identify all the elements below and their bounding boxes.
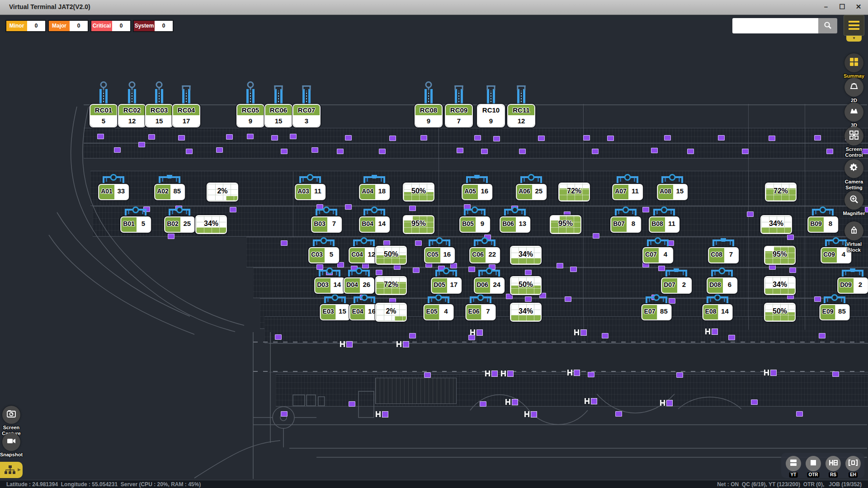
container-marker[interactable]: [226, 134, 233, 140]
block-e06[interactable]: E067: [466, 304, 496, 320]
block-e07[interactable]: E0785: [642, 304, 672, 320]
tool-magnifier[interactable]: [844, 191, 863, 210]
yard-truck-marker[interactable]: [485, 371, 498, 376]
container-marker[interactable]: [728, 335, 735, 340]
dock-rs-button[interactable]: [826, 456, 841, 471]
tool-3d[interactable]: [844, 103, 863, 122]
container-marker[interactable]: [474, 135, 481, 141]
utilization-tile-c-95[interactable]: 95%: [764, 246, 796, 265]
block-b02[interactable]: B0225: [164, 216, 195, 233]
block-c06[interactable]: C0622: [469, 247, 500, 263]
block-d06[interactable]: D0624: [474, 277, 505, 294]
utilization-tile-b-95[interactable]: 95%: [550, 215, 581, 234]
crane-rc04[interactable]: RC0417: [172, 104, 200, 127]
block-a07[interactable]: A0711: [612, 184, 643, 200]
crane-rc05[interactable]: RC059: [236, 104, 264, 127]
dock-otr-button[interactable]: [806, 456, 821, 471]
container-marker[interactable]: [814, 296, 821, 302]
crane-rc08[interactable]: RC089: [415, 104, 443, 127]
crane-rc09[interactable]: RC097: [445, 104, 473, 127]
container-marker[interactable]: [281, 149, 288, 154]
dock-yt-button[interactable]: [786, 456, 801, 471]
minimize-button[interactable]: –: [821, 2, 831, 12]
container-marker[interactable]: [97, 134, 104, 139]
utilization-tile-e-34[interactable]: 34%: [510, 303, 542, 322]
block-a01[interactable]: A0133: [98, 184, 129, 200]
utilization-tile-d-72[interactable]: 72%: [375, 276, 407, 295]
yard-truck-marker[interactable]: [574, 329, 587, 335]
alarm-major[interactable]: Major0: [48, 20, 89, 32]
container-marker[interactable]: [751, 399, 758, 405]
crane-rc02[interactable]: RC0212: [118, 104, 146, 127]
crane-rc11[interactable]: RC1112: [507, 104, 535, 127]
block-c04[interactable]: C0412: [349, 247, 379, 263]
container-marker[interactable]: [588, 372, 594, 377]
utilization-tile-e-2[interactable]: 2%: [375, 303, 407, 322]
alarm-critical[interactable]: Critical0: [90, 20, 131, 32]
container-marker[interactable]: [168, 234, 175, 239]
block-c08[interactable]: C087: [708, 247, 739, 263]
utilization-tile-a-72[interactable]: 72%: [558, 183, 590, 202]
yard-truck-marker[interactable]: [396, 341, 409, 347]
container-marker[interactable]: [796, 411, 803, 417]
block-a08[interactable]: A0815: [657, 184, 688, 200]
container-marker[interactable]: [557, 263, 563, 268]
block-b08[interactable]: B0811: [649, 216, 679, 233]
container-marker[interactable]: [602, 333, 609, 338]
container-marker[interactable]: [148, 134, 155, 140]
yard-truck-marker[interactable]: [585, 398, 597, 404]
tool-screen-control[interactable]: [844, 127, 863, 145]
block-b04[interactable]: B0414: [359, 216, 390, 233]
block-a02[interactable]: A0285: [154, 184, 185, 200]
container-marker[interactable]: [789, 267, 796, 273]
container-marker[interactable]: [687, 149, 694, 154]
container-marker[interactable]: [114, 147, 121, 153]
container-marker[interactable]: [525, 296, 532, 302]
container-marker[interactable]: [281, 240, 288, 246]
utilization-tile-b-34[interactable]: 34%: [760, 215, 792, 234]
tool-camera-setting[interactable]: [844, 159, 863, 178]
utilization-tile-e-50[interactable]: 50%: [764, 303, 796, 322]
container-marker[interactable]: [376, 270, 382, 275]
layout-corner-tab[interactable]: ▶: [0, 462, 23, 478]
yard-truck-marker[interactable]: [524, 411, 537, 417]
block-b07[interactable]: B078: [610, 216, 641, 233]
utilization-tile-c-50[interactable]: 50%: [375, 246, 407, 265]
block-d03[interactable]: D0314: [314, 277, 345, 294]
block-d09[interactable]: D092: [837, 277, 868, 294]
container-marker[interactable]: [747, 211, 754, 217]
block-b01[interactable]: B015: [120, 216, 151, 233]
crane-rc10[interactable]: RC109: [477, 104, 505, 127]
alarm-minor[interactable]: Minor0: [5, 20, 46, 32]
container-marker[interactable]: [651, 148, 658, 153]
yard-truck-marker[interactable]: [764, 370, 777, 375]
container-marker[interactable]: [413, 267, 420, 273]
utilization-tile-c-34[interactable]: 34%: [510, 246, 542, 265]
utilization-tile-d-34[interactable]: 34%: [764, 276, 796, 295]
crane-rc03[interactable]: RC0315: [145, 104, 173, 127]
container-marker[interactable]: [138, 142, 145, 147]
container-marker[interactable]: [480, 401, 486, 407]
container-marker[interactable]: [592, 149, 599, 154]
menu-collapse-tab[interactable]: ▼: [846, 36, 862, 42]
container-marker[interactable]: [409, 333, 416, 338]
container-marker[interactable]: [271, 135, 278, 141]
tool-snapshot[interactable]: [2, 433, 20, 451]
container-marker[interactable]: [676, 372, 683, 378]
container-marker[interactable]: [383, 240, 390, 246]
block-c03[interactable]: C035: [308, 247, 339, 263]
block-a03[interactable]: A0311: [295, 184, 326, 200]
container-marker[interactable]: [457, 148, 463, 153]
block-b06[interactable]: B0613: [500, 216, 530, 233]
container-marker[interactable]: [814, 135, 821, 141]
yard-truck-marker[interactable]: [470, 329, 483, 335]
container-marker[interactable]: [337, 262, 344, 267]
tool-2d[interactable]: [844, 78, 863, 97]
container-marker[interactable]: [583, 135, 590, 141]
container-marker[interactable]: [247, 134, 254, 139]
container-marker[interactable]: [570, 267, 577, 272]
container-marker[interactable]: [769, 136, 775, 141]
container-marker[interactable]: [742, 149, 749, 154]
container-marker[interactable]: [832, 371, 839, 377]
yard-truck-marker[interactable]: [505, 399, 518, 405]
